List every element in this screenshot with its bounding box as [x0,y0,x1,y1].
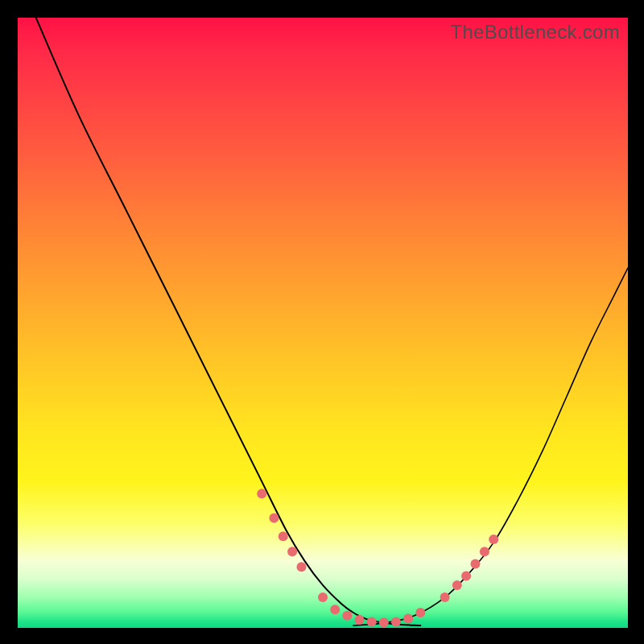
marker-dot [279,531,288,541]
marker-dot [297,562,307,572]
marker-dot [342,611,352,621]
marker-dot [489,535,498,544]
marker-dot [257,489,266,498]
marker-dot [440,592,450,602]
marker-dot [330,605,340,614]
marker-group [257,489,498,627]
curve-layer [18,18,628,628]
plot-area: TheBottleneck.com [18,18,628,628]
marker-dot [471,559,481,568]
left-curve [36,18,421,625]
marker-dot [269,514,279,523]
marker-dot [287,547,297,556]
marker-dot [367,617,377,626]
marker-dot [403,614,413,624]
marker-dot [318,592,328,602]
chart-frame: TheBottleneck.com [0,0,644,644]
right-curve [353,268,628,625]
marker-dot [379,617,389,627]
marker-dot [452,580,462,590]
marker-dot [480,547,489,556]
marker-dot [391,617,401,626]
marker-dot [461,572,471,581]
marker-dot [415,608,425,617]
marker-dot [355,615,365,625]
